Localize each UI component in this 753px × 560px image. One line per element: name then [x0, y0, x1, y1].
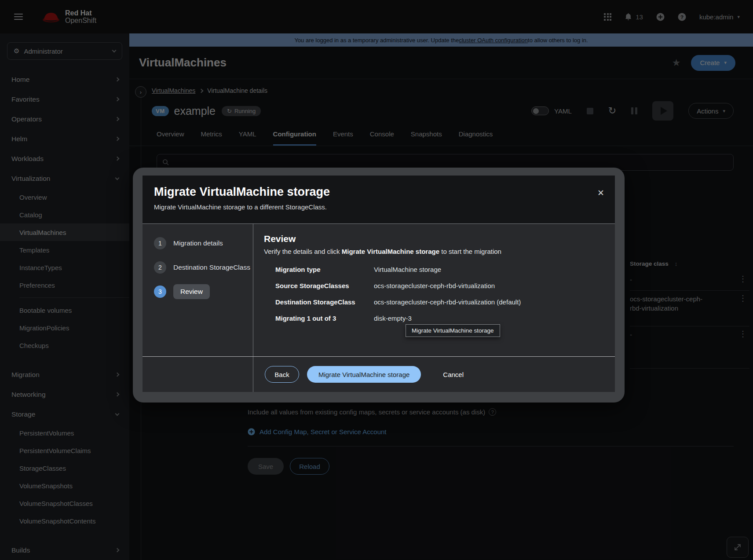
detail-value: ocs-storagecluster-ceph-rbd-virtualizati… — [374, 282, 603, 298]
openshift-console: Red Hat OpenShift 13 — [0, 0, 753, 560]
step-number: 1 — [154, 237, 166, 249]
back-button[interactable]: Back — [265, 366, 299, 383]
step-number: 2 — [154, 261, 166, 274]
review-heading: Review — [264, 234, 603, 244]
review-panel: Review Verify the details and click Migr… — [253, 224, 615, 356]
modal-description: Migrate VirtualMachine storage to a diff… — [154, 203, 603, 211]
tooltip: Migrate VirtualMachine storage — [406, 324, 500, 337]
cancel-button[interactable]: Cancel — [443, 371, 464, 378]
step-number: 3 — [154, 285, 166, 298]
wizard-steps: 1 Migration details 2 Destination Storag… — [143, 224, 253, 308]
review-instruction: Verify the details and click Migrate Vir… — [264, 248, 603, 255]
modal-title: Migrate VirtualMachine storage — [154, 185, 603, 199]
modal-footer: Back Migrate VirtualMachine storage Canc… — [143, 357, 615, 392]
migrate-storage-button[interactable]: Migrate VirtualMachine storage — [307, 366, 421, 383]
modal-header: Migrate VirtualMachine storage Migrate V… — [143, 176, 615, 223]
review-details: Migration type VirtualMachine storage So… — [264, 266, 603, 331]
detail-label: Migration type — [275, 266, 374, 282]
wizard-step-review[interactable]: 3 Review — [154, 284, 253, 300]
migrate-storage-modal: Migrate VirtualMachine storage Migrate V… — [133, 168, 625, 403]
close-icon[interactable]: ✕ — [597, 188, 604, 198]
detail-value: ocs-storagecluster-ceph-rbd-virtualizati… — [374, 298, 603, 315]
wizard-step-destination-storageclass[interactable]: 2 Destination StorageClass — [154, 260, 253, 275]
detail-label: Migrating 1 out of 3 — [275, 315, 374, 331]
wizard-step-migration-details[interactable]: 1 Migration details — [154, 235, 253, 251]
detail-value: VirtualMachine storage — [374, 266, 603, 282]
detail-label: Source StorageClasses — [275, 282, 374, 298]
detail-label: Destination StorageClass — [275, 298, 374, 315]
